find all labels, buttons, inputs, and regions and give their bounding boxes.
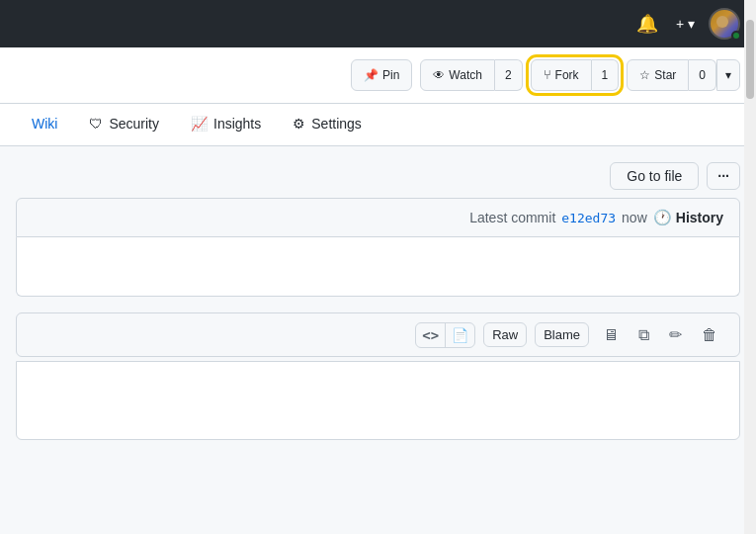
file-icon: 📄 xyxy=(452,327,468,343)
file-icon-button[interactable]: 📄 xyxy=(446,323,474,347)
star-count: 0 xyxy=(699,65,706,85)
chevron-down-icon: ▾ xyxy=(725,65,731,85)
star-icon: ☆ xyxy=(639,65,650,85)
pin-button[interactable]: 📌 Pin xyxy=(351,59,412,91)
shield-icon: 🛡 xyxy=(89,116,103,132)
watch-group: 👁 Watch 2 xyxy=(420,59,522,91)
bottom-content-area xyxy=(16,361,740,440)
raw-button[interactable]: Raw xyxy=(483,322,527,347)
star-label: Star xyxy=(654,65,676,85)
commit-prefix: Latest commit xyxy=(469,210,555,225)
code-icon-button[interactable]: <> xyxy=(416,323,446,347)
copy-icon-button[interactable]: ⧉ xyxy=(632,322,655,348)
insights-label: Insights xyxy=(213,116,261,132)
edit-icon-button[interactable]: ✏ xyxy=(663,321,688,348)
watch-label: Watch xyxy=(449,65,482,85)
watch-count-button[interactable]: 2 xyxy=(495,59,523,91)
fork-icon: ⑂ xyxy=(544,65,551,85)
star-count-button[interactable]: 0 xyxy=(689,59,716,91)
history-link[interactable]: 🕐 History xyxy=(653,209,723,226)
insights-icon: 📈 xyxy=(191,116,208,132)
commit-row: Latest commit e12ed73 now 🕐 History xyxy=(16,198,740,237)
scrollbar[interactable] xyxy=(744,0,756,456)
subnav-item-wiki[interactable]: Wiki xyxy=(16,104,73,145)
watch-button[interactable]: 👁 Watch xyxy=(420,59,495,91)
gear-icon: ⚙ xyxy=(293,116,305,132)
main-content: Go to file ··· Latest commit e12ed73 now… xyxy=(0,146,756,456)
action-bar: 📌 Pin 👁 Watch 2 ⑂ Fork 1 ☆ Star 0 xyxy=(0,47,756,104)
toolbar-row: <> 📄 Raw Blame 🖥 ⧉ ✏ 🗑 xyxy=(16,312,740,357)
settings-label: Settings xyxy=(311,116,362,132)
code-file-group: <> 📄 xyxy=(415,322,475,348)
blame-label: Blame xyxy=(544,327,580,342)
wiki-label: Wiki xyxy=(32,116,57,132)
trash-icon: 🗑 xyxy=(702,326,717,344)
star-group: ☆ Star 0 ▾ xyxy=(627,59,740,91)
history-label: History xyxy=(676,210,723,225)
monitor-icon: 🖥 xyxy=(603,326,619,344)
avatar-container xyxy=(709,8,740,40)
fork-count: 1 xyxy=(602,65,609,85)
go-to-file-label: Go to file xyxy=(627,168,682,184)
bell-icon[interactable]: 🔔 xyxy=(632,9,662,39)
top-navbar: 🔔 + ▾ xyxy=(0,0,756,47)
blame-button[interactable]: Blame xyxy=(535,322,589,347)
fork-button[interactable]: ⑂ Fork xyxy=(531,59,592,91)
fork-label: Fork xyxy=(555,65,579,85)
commit-time: now xyxy=(622,210,647,225)
pin-group: 📌 Pin xyxy=(351,59,412,91)
subnav: Wiki 🛡 Security 📈 Insights ⚙ Settings xyxy=(0,104,756,146)
pin-label: Pin xyxy=(382,65,399,85)
avatar-status-badge xyxy=(731,31,741,41)
subnav-item-insights[interactable]: 📈 Insights xyxy=(175,104,277,145)
new-dropdown-button[interactable]: + ▾ xyxy=(670,12,701,36)
star-button[interactable]: ☆ Star xyxy=(627,59,689,91)
pencil-icon: ✏ xyxy=(669,325,682,344)
monitor-icon-button[interactable]: 🖥 xyxy=(597,322,625,348)
more-options-button[interactable]: ··· xyxy=(707,162,740,190)
go-to-file-button[interactable]: Go to file xyxy=(610,162,699,190)
raw-label: Raw xyxy=(492,327,518,342)
pin-icon: 📌 xyxy=(364,65,378,85)
security-label: Security xyxy=(109,116,159,132)
subnav-item-security[interactable]: 🛡 Security xyxy=(73,104,175,145)
fork-group: ⑂ Fork 1 xyxy=(531,59,620,91)
star-dropdown-button[interactable]: ▾ xyxy=(716,59,740,91)
subnav-item-settings[interactable]: ⚙ Settings xyxy=(277,104,378,145)
file-content-box xyxy=(16,237,740,297)
delete-icon-button[interactable]: 🗑 xyxy=(696,322,723,348)
history-clock-icon: 🕐 xyxy=(653,209,672,226)
plus-label: + ▾ xyxy=(676,16,695,32)
more-icon: ··· xyxy=(717,168,729,184)
scrollbar-thumb[interactable] xyxy=(746,20,754,99)
watch-count: 2 xyxy=(505,65,512,85)
eye-icon: 👁 xyxy=(433,65,445,85)
copy-icon: ⧉ xyxy=(638,326,649,344)
fork-count-button[interactable]: 1 xyxy=(592,59,620,91)
commit-hash[interactable]: e12ed73 xyxy=(561,211,616,225)
code-icon: <> xyxy=(422,327,439,343)
file-header-row: Go to file ··· xyxy=(16,162,740,190)
